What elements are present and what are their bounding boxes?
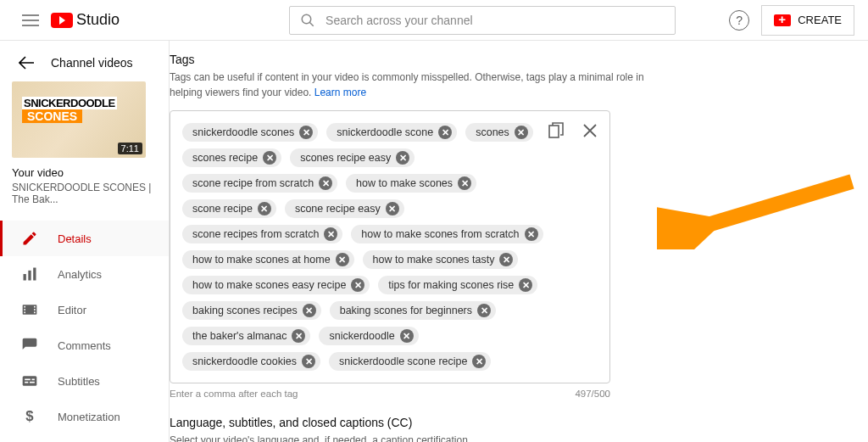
sidebar-item-label: Details	[58, 232, 92, 245]
copy-tags-button[interactable]	[547, 121, 565, 140]
remove-tag-icon[interactable]: ✕	[477, 304, 491, 317]
tag-chip[interactable]: tips for making scones rise✕	[378, 276, 537, 294]
tag-chip[interactable]: snickerdoodle✕	[319, 327, 418, 345]
remove-tag-icon[interactable]: ✕	[324, 227, 337, 241]
remove-tag-icon[interactable]: ✕	[396, 151, 409, 165]
video-duration-badge: 7:11	[118, 143, 142, 154]
sidebar-item-subtitles[interactable]: Subtitles	[0, 363, 169, 399]
tag-chip[interactable]: scones recipe✕	[182, 148, 281, 167]
remove-tag-icon[interactable]: ✕	[472, 355, 486, 368]
remove-tag-icon[interactable]: ✕	[299, 126, 313, 139]
help-button[interactable]: ?	[729, 10, 749, 31]
tag-chip[interactable]: scone recipe✕	[182, 199, 276, 218]
hamburger-menu-button[interactable]	[14, 3, 47, 37]
tag-chip[interactable]: snickerdoodle cookies✕	[182, 352, 320, 371]
svg-rect-10	[34, 309, 36, 311]
remove-tag-icon[interactable]: ✕	[303, 304, 316, 317]
tag-chip-label: how to make scones	[356, 177, 453, 189]
tag-chip[interactable]: snickerdoodle scone recipe✕	[329, 352, 491, 371]
tag-chip[interactable]: how to make scones tasty✕	[363, 250, 519, 269]
remove-tag-icon[interactable]: ✕	[263, 151, 276, 165]
tag-chip[interactable]: how to make scones from scratch✕	[351, 225, 542, 243]
search-input[interactable]: Search across your channel	[289, 6, 676, 35]
thumb-line2: SCONES	[22, 109, 82, 123]
sidebar-item-settings[interactable]: Settings	[0, 434, 169, 442]
video-title: SNICKERDOODLE SCONES | The Bak...	[12, 182, 157, 205]
tag-chip[interactable]: snickerdoodle scones✕	[182, 123, 318, 142]
svg-rect-13	[25, 382, 28, 383]
tag-chip[interactable]: baking scones for beginners✕	[330, 301, 496, 320]
back-to-channel-videos[interactable]: Channel videos	[0, 53, 169, 81]
youtube-icon	[51, 13, 73, 28]
tag-chip[interactable]: snickerdoodle scone✕	[326, 123, 457, 142]
video-meta: Your video SNICKERDOODLE SCONES | The Ba…	[0, 158, 169, 221]
sidebar-item-details[interactable]: Details	[0, 221, 169, 256]
thumb-line1: SNICKERDOODLE	[22, 97, 117, 109]
tag-chip-label: scone recipe easy	[295, 203, 381, 215]
sidebar-item-monetization[interactable]: $Monetization	[0, 399, 169, 434]
svg-rect-6	[24, 306, 25, 308]
svg-rect-16	[32, 379, 35, 381]
editor-icon	[20, 300, 39, 319]
tag-chip-label: baking scones for beginners	[340, 305, 472, 316]
svg-text:$: $	[25, 408, 34, 424]
app-header: Studio Search across your channel ? CREA…	[0, 0, 868, 41]
sidebar-item-label: Analytics	[58, 268, 102, 281]
remove-tag-icon[interactable]: ✕	[319, 176, 332, 190]
tag-chip[interactable]: scone recipes from scratch✕	[182, 225, 342, 243]
tag-chip[interactable]: how to make scones at home✕	[182, 250, 354, 269]
create-button[interactable]: CREATE	[761, 5, 854, 36]
monetization-icon: $	[20, 407, 39, 426]
create-video-icon	[774, 14, 791, 26]
tag-chip[interactable]: scones recipe easy✕	[290, 148, 415, 167]
back-label: Channel videos	[51, 56, 133, 70]
remove-tag-icon[interactable]: ✕	[302, 355, 315, 368]
tag-chip[interactable]: the baker's almanac✕	[182, 327, 310, 345]
tag-chip-label: the baker's almanac	[192, 330, 287, 342]
create-label: CREATE	[798, 14, 842, 26]
tags-box-actions	[547, 121, 599, 140]
remove-tag-icon[interactable]: ✕	[438, 126, 452, 139]
remove-tag-icon[interactable]: ✕	[258, 202, 271, 215]
video-thumbnail[interactable]: SNICKERDOODLE SCONES 7:11	[12, 81, 146, 158]
sidebar-item-label: Editor	[58, 304, 86, 316]
remove-tag-icon[interactable]: ✕	[458, 176, 471, 190]
remove-tag-icon[interactable]: ✕	[499, 253, 513, 266]
clear-tags-button[interactable]	[581, 121, 599, 140]
tag-chip-label: scone recipe from scratch	[192, 177, 314, 189]
tag-chip[interactable]: scones✕	[465, 123, 533, 142]
remove-tag-icon[interactable]: ✕	[525, 227, 538, 241]
analytics-icon	[20, 265, 39, 283]
remove-tag-icon[interactable]: ✕	[292, 329, 305, 343]
tag-chip-label: snickerdoodle scone	[337, 126, 433, 138]
sidebar-item-label: Monetization	[58, 411, 120, 423]
sidebar-item-comments[interactable]: Comments	[0, 327, 169, 363]
remove-tag-icon[interactable]: ✕	[351, 278, 364, 292]
tag-chip[interactable]: how to make scones easy recipe✕	[182, 276, 370, 294]
tag-chip[interactable]: baking scones recipes✕	[182, 301, 321, 320]
svg-rect-15	[25, 379, 31, 381]
language-section: Language, subtitles, and closed captions…	[170, 416, 868, 442]
studio-logo[interactable]: Studio	[51, 11, 120, 29]
remove-tag-icon[interactable]: ✕	[515, 126, 528, 139]
tag-chip-label: how to make scones from scratch	[361, 228, 519, 240]
remove-tag-icon[interactable]: ✕	[519, 278, 532, 292]
sidebar-item-label: Comments	[58, 339, 111, 352]
remove-tag-icon[interactable]: ✕	[336, 253, 349, 266]
tag-chip-label: how to make scones at home	[192, 254, 331, 266]
help-icon: ?	[736, 14, 743, 27]
tag-chip[interactable]: scone recipe from scratch✕	[182, 174, 337, 193]
tag-chips: snickerdoodle scones✕snickerdoodle scone…	[182, 123, 598, 371]
sidebar-item-analytics[interactable]: Analytics	[0, 256, 169, 292]
remove-tag-icon[interactable]: ✕	[400, 329, 414, 343]
tag-chip-label: snickerdoodle scones	[192, 126, 294, 138]
tags-input-box[interactable]: snickerdoodle scones✕snickerdoodle scone…	[170, 110, 610, 383]
learn-more-link[interactable]: Learn more	[314, 87, 366, 98]
tags-footer: Enter a comma after each tag 497/500	[170, 389, 610, 399]
sidebar-nav: DetailsAnalyticsEditorCommentsSubtitles$…	[0, 221, 169, 442]
tag-chip[interactable]: scone recipe easy✕	[285, 199, 404, 218]
sidebar-item-editor[interactable]: Editor	[0, 292, 169, 327]
svg-rect-9	[34, 306, 36, 308]
remove-tag-icon[interactable]: ✕	[386, 202, 399, 215]
tag-chip[interactable]: how to make scones✕	[346, 174, 476, 193]
